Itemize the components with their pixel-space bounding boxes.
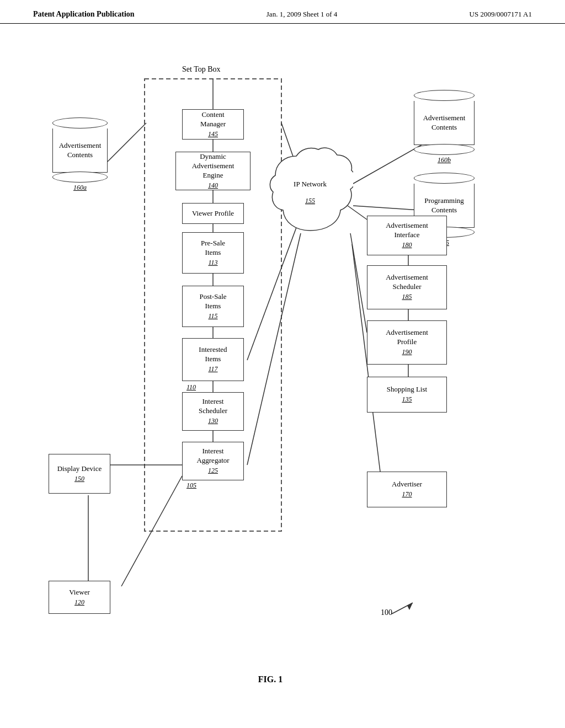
viewer-box: Viewer 120 xyxy=(49,581,110,614)
advertiser-box: Advertiser 170 xyxy=(367,472,447,507)
interest-aggregator-ref: 125 xyxy=(208,467,218,475)
dynamic-ad-engine-box: DynamicAdvertisementEngine 140 xyxy=(175,152,250,190)
content-manager-label: ContentManager xyxy=(200,110,226,129)
dynamic-ad-engine-ref: 140 xyxy=(208,181,218,190)
viewer-profile-box: Viewer Profile xyxy=(182,203,244,224)
ad-interface-ref: 180 xyxy=(402,241,412,250)
interest-scheduler-box: InterestScheduler 130 xyxy=(182,392,244,431)
ad-contents-b-ref: 160b xyxy=(414,156,475,165)
content-manager-ref: 145 xyxy=(208,130,218,139)
interest-scheduler-ref: 130 xyxy=(208,417,218,426)
viewer-label: Viewer xyxy=(69,588,89,597)
fig-label: FIG. 1 xyxy=(237,675,303,684)
ip-network-cloud: IP Network 155 xyxy=(268,145,353,239)
ad-profile-ref: 190 xyxy=(402,348,412,357)
post-sale-box: Post-SaleItems 115 xyxy=(182,286,244,327)
content-manager-box: ContentManager 145 xyxy=(182,109,244,140)
set-top-box-label: Set Top Box xyxy=(182,65,221,74)
ad-contents-b-label: AdvertisementContents xyxy=(423,114,466,132)
dynamic-ad-engine-label: DynamicAdvertisementEngine xyxy=(192,152,234,180)
header-left: Patent Application Publication xyxy=(33,10,135,19)
page-header: Patent Application Publication Jan. 1, 2… xyxy=(0,0,565,24)
svg-line-23 xyxy=(247,233,301,465)
shopping-list-box: Shopping List 135 xyxy=(367,377,447,413)
header-right: US 2009/0007171 A1 xyxy=(470,10,532,19)
interested-items-box: InterestedItems 117 xyxy=(182,338,244,381)
ad-scheduler-box: AdvertisementScheduler 185 xyxy=(367,265,447,309)
ad-contents-a-label: AdvertisementContents xyxy=(59,141,102,160)
svg-line-13 xyxy=(108,123,146,162)
viewer-profile-ref: 110 xyxy=(186,383,196,392)
viewer-ref: 120 xyxy=(74,598,84,607)
ad-contents-a-cylinder: AdvertisementContents 160a xyxy=(52,117,108,192)
header-center: Jan. 1, 2009 Sheet 1 of 4 xyxy=(266,10,338,19)
ad-contents-b-cylinder: AdvertisementContents 160b xyxy=(414,90,475,165)
advertiser-label: Advertiser xyxy=(392,480,422,489)
ad-scheduler-label: AdvertisementScheduler xyxy=(386,273,428,292)
svg-text:IP Network: IP Network xyxy=(294,180,327,188)
shopping-list-label: Shopping List xyxy=(387,385,427,394)
interest-scheduler-label: InterestScheduler xyxy=(199,397,227,416)
ad-interface-box: AdvertisementInterface 180 xyxy=(367,216,447,255)
pre-sale-label: Pre-SaleItems xyxy=(201,239,225,258)
diagram-area: Set Top Box AdvertisementContents 160a A… xyxy=(0,24,565,702)
pre-sale-box: Pre-SaleItems 113 xyxy=(182,232,244,274)
shopping-list-ref: 135 xyxy=(402,395,412,404)
aggregator-ref: 105 xyxy=(186,481,196,490)
interest-aggregator-box: InterestAggregator 125 xyxy=(182,442,244,480)
advertiser-ref: 170 xyxy=(402,490,412,499)
post-sale-label: Post-SaleItems xyxy=(199,292,226,311)
interested-items-ref: 117 xyxy=(208,365,217,374)
pre-sale-ref: 113 xyxy=(208,259,217,267)
display-device-box: Display Device 150 xyxy=(49,454,110,494)
ad-interface-label: AdvertisementInterface xyxy=(386,221,428,240)
ad-scheduler-ref: 185 xyxy=(402,293,412,302)
interest-aggregator-label: InterestAggregator xyxy=(196,447,229,465)
display-device-label: Display Device xyxy=(57,464,102,474)
ad-contents-a-ref: 160a xyxy=(52,184,108,192)
ad-profile-label: AdvertisementProfile xyxy=(386,328,428,347)
display-device-ref: 150 xyxy=(74,475,84,484)
svg-text:155: 155 xyxy=(305,197,315,205)
ad-profile-box: AdvertisementProfile 190 xyxy=(367,320,447,365)
programming-contents-label: ProgrammingContents xyxy=(424,196,464,215)
interested-items-label: InterestedItems xyxy=(199,345,227,364)
viewer-profile-label: Viewer Profile xyxy=(192,209,234,218)
system-ref-label: 100 xyxy=(381,608,392,617)
post-sale-ref: 115 xyxy=(208,312,217,321)
